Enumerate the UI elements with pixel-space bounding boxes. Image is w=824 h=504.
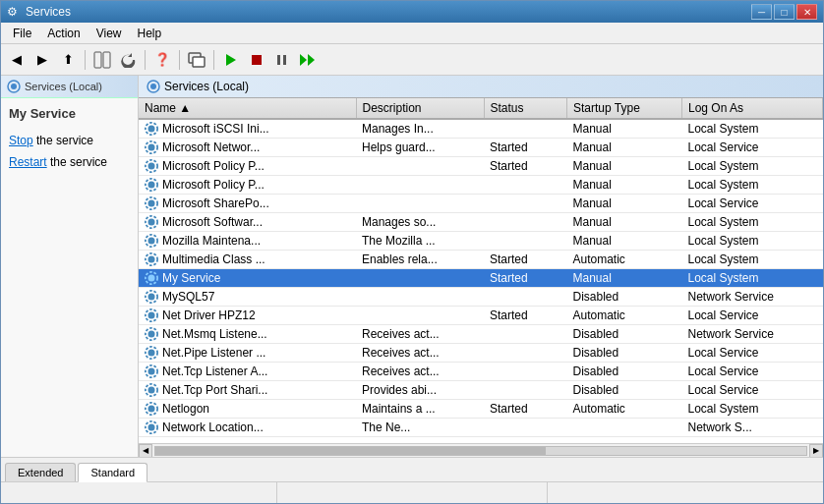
svg-point-22 [148, 200, 155, 207]
service-startup-cell: Manual [567, 213, 682, 232]
resume-service-button[interactable] [296, 48, 320, 72]
show-hide-console-tree[interactable] [90, 48, 114, 72]
stop-link[interactable]: Stop [9, 134, 33, 147]
table-row[interactable]: NetlogonMaintains a ...StartedAutomaticL… [139, 400, 823, 419]
horizontal-scrollbar-thumb[interactable] [155, 447, 546, 455]
restart-link[interactable]: Restart [9, 155, 47, 169]
help-button[interactable]: ❓ [150, 48, 174, 72]
table-row[interactable]: Network Location...The Ne...Network S... [139, 419, 823, 437]
toolbar: ◀ ▶ ⬆ ❓ [1, 44, 823, 76]
table-row[interactable]: Microsoft Policy P...StartedManualLocal … [139, 157, 823, 176]
menu-file[interactable]: File [5, 25, 39, 42]
tab-extended[interactable]: Extended [5, 463, 76, 481]
services-table-container[interactable]: Name ▲ Description Status Startup Type [139, 98, 823, 443]
stop-icon [250, 53, 264, 67]
service-name-text: Microsoft Policy P... [162, 159, 265, 173]
refresh-icon [120, 52, 136, 68]
col-header-startup[interactable]: Startup Type [567, 98, 682, 119]
scroll-left-button[interactable]: ◀ [139, 444, 152, 458]
col-header-name[interactable]: Name ▲ [139, 98, 356, 119]
table-row[interactable]: Microsoft Policy P...ManualLocal System [139, 176, 823, 195]
table-row[interactable]: Net.Msmq Listene...Receives act...Disabl… [139, 325, 823, 344]
service-description-cell: The Ne... [356, 419, 484, 437]
services-table: Name ▲ Description Status Startup Type [139, 98, 823, 437]
service-status-cell [484, 176, 567, 195]
col-header-logon[interactable]: Log On As [682, 98, 823, 119]
start-service-button[interactable] [219, 48, 243, 72]
service-gear-icon [145, 364, 158, 378]
service-logon-cell: Local System [682, 157, 823, 176]
table-row[interactable]: Microsoft iSCSI Ini...Manages In...Manua… [139, 119, 823, 139]
tab-standard[interactable]: Standard [78, 463, 147, 482]
service-name-cell: MySQL57 [139, 288, 316, 306]
svg-marker-9 [308, 54, 315, 66]
forward-button[interactable]: ▶ [30, 48, 54, 72]
service-description-cell [356, 157, 484, 176]
table-row[interactable]: Net Driver HPZ12StartedAutomaticLocal Se… [139, 307, 823, 325]
table-row[interactable]: Net.Tcp Port Shari...Provides abi...Disa… [139, 381, 823, 400]
stop-service-button[interactable] [245, 48, 268, 72]
status-segment-1 [7, 482, 277, 503]
menu-help[interactable]: Help [130, 25, 170, 42]
service-status-cell: Started [484, 139, 567, 157]
minimize-button[interactable]: ─ [751, 4, 772, 20]
service-name-cell: Network Location... [139, 419, 316, 436]
svg-point-13 [150, 84, 156, 89]
service-name-cell: Microsoft Networ... [139, 139, 316, 156]
service-description-cell: Manages so... [356, 213, 484, 232]
col-header-description[interactable]: Description [356, 98, 484, 119]
right-panel: Services (Local) Name ▲ Description [139, 76, 823, 457]
service-description-cell: Helps guard... [356, 139, 484, 157]
maximize-button[interactable]: □ [774, 4, 795, 20]
horizontal-scrollbar-track[interactable] [154, 446, 807, 456]
up-button[interactable]: ⬆ [56, 48, 80, 72]
svg-point-20 [148, 182, 155, 189]
svg-point-32 [148, 294, 155, 301]
service-name-text: Net Driver HPZ12 [162, 308, 256, 322]
table-row[interactable]: Microsoft SharePo...ManualLocal Service [139, 195, 823, 213]
back-button[interactable]: ◀ [5, 48, 29, 72]
table-row[interactable]: Mozilla Maintena...The Mozilla ...Manual… [139, 232, 823, 251]
col-header-status[interactable]: Status [484, 98, 567, 119]
service-startup-cell: Manual [567, 119, 682, 139]
pause-service-button[interactable] [270, 48, 294, 72]
svg-point-46 [148, 424, 155, 431]
service-logon-cell: Local Service [682, 307, 823, 325]
col-startup-label: Startup Type [573, 101, 640, 115]
service-status-cell [484, 213, 567, 232]
service-gear-icon [145, 215, 158, 229]
service-description-cell: Manages In... [356, 119, 484, 139]
new-window-button[interactable] [185, 48, 208, 72]
service-status-cell [484, 381, 567, 400]
menu-action[interactable]: Action [39, 25, 88, 42]
right-panel-header: Services (Local) [139, 76, 823, 98]
service-name-cell: Net.Msmq Listene... [139, 325, 316, 343]
service-gear-icon [145, 271, 158, 285]
service-startup-cell: Manual [567, 176, 682, 195]
table-row[interactable]: Net.Pipe Listener ...Receives act...Disa… [139, 344, 823, 363]
service-gear-icon [145, 159, 158, 173]
service-status-cell [484, 232, 567, 251]
service-logon-cell: Local System [682, 119, 823, 139]
service-description-cell [356, 176, 484, 195]
table-row[interactable]: Microsoft Softwar...Manages so...ManualL… [139, 213, 823, 232]
services-local-icon [7, 80, 21, 93]
service-startup-cell: Automatic [567, 307, 682, 325]
svg-marker-4 [226, 54, 236, 66]
menu-view[interactable]: View [88, 25, 130, 42]
svg-rect-1 [103, 52, 110, 68]
table-row[interactable]: Multimedia Class ...Enables rela...Start… [139, 251, 823, 269]
scroll-right-button[interactable]: ▶ [809, 444, 823, 458]
close-button[interactable]: ✕ [796, 4, 817, 20]
service-name-cell: My Service [139, 269, 316, 287]
table-row[interactable]: Net.Tcp Listener A...Receives act...Disa… [139, 363, 823, 381]
refresh-button[interactable] [116, 48, 140, 72]
table-row[interactable]: MySQL57DisabledNetwork Service [139, 288, 823, 307]
horizontal-scrollbar[interactable]: ◀ ▶ [139, 443, 823, 457]
svg-point-30 [148, 275, 155, 282]
svg-point-36 [148, 331, 155, 338]
table-row[interactable]: My ServiceStartedManualLocal System [139, 269, 823, 288]
service-description-cell [356, 269, 484, 288]
service-description-cell: The Mozilla ... [356, 232, 484, 251]
table-row[interactable]: Microsoft Networ...Helps guard...Started… [139, 139, 823, 157]
